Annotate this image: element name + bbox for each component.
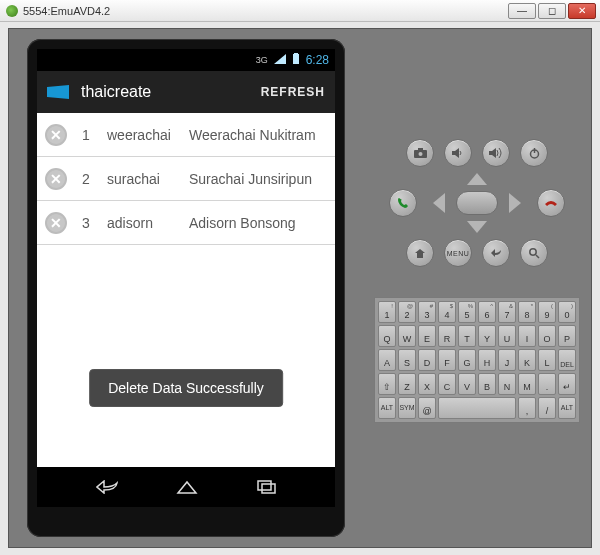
- delete-icon[interactable]: ✕: [45, 124, 67, 146]
- window-close-button[interactable]: ✕: [568, 3, 596, 19]
- os-window: 5554:EmuAVD4.2 — ◻ ✕ 3G: [0, 0, 600, 555]
- recent-apps-icon[interactable]: [257, 480, 277, 494]
- keyboard-key[interactable]: Y: [478, 325, 496, 347]
- keyboard-key[interactable]: O: [538, 325, 556, 347]
- dpad-down[interactable]: [467, 221, 487, 233]
- keyboard-key[interactable]: ,: [518, 397, 536, 419]
- window-minimize-button[interactable]: —: [508, 3, 536, 19]
- keyboard-key[interactable]: Q: [378, 325, 396, 347]
- keyboard-key[interactable]: S: [398, 349, 416, 371]
- back-icon[interactable]: [96, 480, 118, 494]
- emu-search-button[interactable]: [520, 239, 548, 267]
- volume-up-button[interactable]: [482, 139, 510, 167]
- keyboard-key[interactable]: @: [418, 397, 436, 419]
- network-indicator: 3G: [256, 55, 268, 65]
- emulator-control-panel: MENU 1!2@3#4$5%6^7&8*9(0) QWERTYUIOP ASD…: [363, 29, 591, 547]
- keyboard-key[interactable]: 1!: [378, 301, 396, 323]
- keyboard-key[interactable]: [438, 397, 516, 419]
- keyboard-key[interactable]: DEL: [558, 349, 576, 371]
- emu-menu-button[interactable]: MENU: [444, 239, 472, 267]
- row-id: 2: [77, 171, 95, 187]
- row-fullname: Surachai Junsiripun: [189, 171, 327, 187]
- row-username: surachai: [107, 171, 183, 187]
- list-item[interactable]: ✕ 1 weerachai Weerachai Nukitram: [37, 113, 335, 157]
- svg-rect-4: [262, 484, 275, 493]
- list-item[interactable]: ✕ 2 surachai Surachai Junsiripun: [37, 157, 335, 201]
- window-titlebar: 5554:EmuAVD4.2 — ◻ ✕: [0, 0, 600, 22]
- device-screen: 3G 6:28 thaicreate: [37, 49, 335, 507]
- keyboard-key[interactable]: ⇧: [378, 373, 396, 395]
- hardware-keyboard: 1!2@3#4$5%6^7&8*9(0) QWERTYUIOP ASDFGHJK…: [374, 297, 580, 423]
- power-button[interactable]: [520, 139, 548, 167]
- keyboard-key[interactable]: T: [458, 325, 476, 347]
- row-id: 1: [77, 127, 95, 143]
- camera-button[interactable]: [406, 139, 434, 167]
- keyboard-key[interactable]: G: [458, 349, 476, 371]
- keyboard-key[interactable]: /: [538, 397, 556, 419]
- keyboard-key[interactable]: M: [518, 373, 536, 395]
- keyboard-key[interactable]: ALT: [378, 397, 396, 419]
- keyboard-key[interactable]: X: [418, 373, 436, 395]
- keyboard-key[interactable]: D: [418, 349, 436, 371]
- list-view[interactable]: ✕ 1 weerachai Weerachai Nukitram ✕ 2 sur…: [37, 113, 335, 467]
- dpad-left[interactable]: [433, 193, 445, 213]
- keyboard-key[interactable]: 9(: [538, 301, 556, 323]
- keyboard-key[interactable]: V: [458, 373, 476, 395]
- row-fullname: Weerachai Nukitram: [189, 127, 327, 143]
- keyboard-key[interactable]: 8*: [518, 301, 536, 323]
- keyboard-key[interactable]: W: [398, 325, 416, 347]
- clock-text: 6:28: [306, 53, 329, 67]
- emu-home-button[interactable]: [406, 239, 434, 267]
- keyboard-key[interactable]: A: [378, 349, 396, 371]
- keyboard-key[interactable]: 3#: [418, 301, 436, 323]
- keyboard-key[interactable]: 0): [558, 301, 576, 323]
- refresh-button[interactable]: REFRESH: [261, 85, 325, 99]
- keyboard-key[interactable]: B: [478, 373, 496, 395]
- delete-icon[interactable]: ✕: [45, 168, 67, 190]
- keyboard-key[interactable]: SYM: [398, 397, 416, 419]
- keyboard-key[interactable]: F: [438, 349, 456, 371]
- keyboard-key[interactable]: U: [498, 325, 516, 347]
- android-status-bar: 3G 6:28: [37, 49, 335, 71]
- window-title: 5554:EmuAVD4.2: [23, 5, 110, 17]
- dpad-center[interactable]: [456, 191, 498, 215]
- row-username: adisorn: [107, 215, 183, 231]
- keyboard-key[interactable]: J: [498, 349, 516, 371]
- svg-point-7: [418, 152, 422, 156]
- keyboard-key[interactable]: R: [438, 325, 456, 347]
- keyboard-key[interactable]: 4$: [438, 301, 456, 323]
- call-button[interactable]: [389, 189, 417, 217]
- device-slot: 3G 6:28 thaicreate: [9, 29, 363, 547]
- dpad: [427, 175, 527, 231]
- signal-icon: [274, 53, 286, 67]
- end-call-button[interactable]: [537, 189, 565, 217]
- home-icon[interactable]: [176, 480, 198, 494]
- keyboard-key[interactable]: 6^: [478, 301, 496, 323]
- delete-icon[interactable]: ✕: [45, 212, 67, 234]
- keyboard-key[interactable]: N: [498, 373, 516, 395]
- svg-line-11: [536, 255, 539, 258]
- keyboard-key[interactable]: ALT: [558, 397, 576, 419]
- keyboard-key[interactable]: E: [418, 325, 436, 347]
- volume-down-button[interactable]: [444, 139, 472, 167]
- keyboard-key[interactable]: I: [518, 325, 536, 347]
- list-item[interactable]: ✕ 3 adisorn Adisorn Bonsong: [37, 201, 335, 245]
- keyboard-key[interactable]: 2@: [398, 301, 416, 323]
- keyboard-key[interactable]: 7&: [498, 301, 516, 323]
- keyboard-key[interactable]: .: [538, 373, 556, 395]
- app-icon: [6, 5, 18, 17]
- android-nav-bar: [37, 467, 335, 507]
- keyboard-key[interactable]: Z: [398, 373, 416, 395]
- keyboard-key[interactable]: ↵: [558, 373, 576, 395]
- keyboard-key[interactable]: K: [518, 349, 536, 371]
- app-logo-icon: [47, 85, 69, 99]
- dpad-up[interactable]: [467, 173, 487, 185]
- emu-back-button[interactable]: [482, 239, 510, 267]
- keyboard-key[interactable]: 5%: [458, 301, 476, 323]
- keyboard-key[interactable]: L: [538, 349, 556, 371]
- window-maximize-button[interactable]: ◻: [538, 3, 566, 19]
- keyboard-key[interactable]: P: [558, 325, 576, 347]
- dpad-right[interactable]: [509, 193, 521, 213]
- keyboard-key[interactable]: C: [438, 373, 456, 395]
- keyboard-key[interactable]: H: [478, 349, 496, 371]
